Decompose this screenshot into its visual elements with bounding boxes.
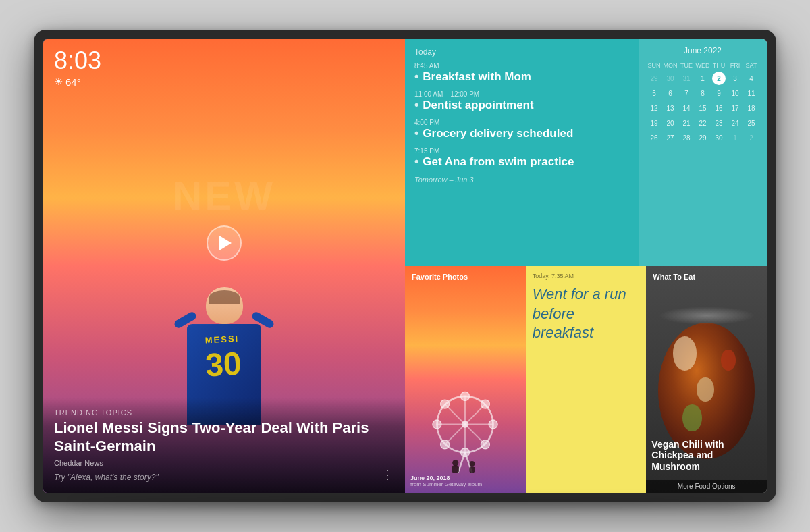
svg-point-17 [452,460,458,466]
food-more-options[interactable]: More Food Options [646,480,767,493]
schedule-item-3[interactable]: 4:00 PM • Grocery delivery scheduled [414,119,629,140]
news-headline: Lionel Messi Signs Two-Year Deal With Pa… [54,419,394,455]
cal-header-sun: SUN [647,61,662,70]
cal-day[interactable]: 23 [712,116,726,130]
screen: NEW YE MESSI 30 MESSI [43,39,767,493]
cal-day-today[interactable]: 2 [712,72,726,85]
cal-day[interactable]: 16 [712,101,726,115]
note-header: Today, 7:35 AM [533,273,640,280]
food-widget[interactable]: What To Eat Vegan Chili with Chickpea an… [646,266,767,493]
schedule-time-1: 8:45 AM [414,62,629,70]
cal-day[interactable]: 25 [745,116,758,130]
alexa-prompt: Try "Alexa, what's the story?" [54,473,394,482]
weather-icon: ☀ [54,76,63,88]
svg-point-6 [489,420,497,429]
calendar-panel: June 2022 SUN MON TUE WED THU FRI SAT 29… [639,39,767,266]
cal-day[interactable]: 4 [745,72,758,85]
right-bottom-panel: Favorite Photos June 20, 2018 from Summe… [405,266,767,493]
schedule-title-3: • Grocery delivery scheduled [414,127,629,140]
cal-day[interactable]: 18 [745,101,758,115]
cal-day[interactable]: 6 [664,86,677,100]
device-frame: NEW YE MESSI 30 MESSI [34,30,776,502]
cal-day[interactable]: 14 [680,101,693,115]
cal-day[interactable]: 8 [696,86,709,100]
calendar-grid: SUN MON TUE WED THU FRI SAT 29 30 31 1 2… [647,61,759,144]
left-panel: NEW YE MESSI 30 MESSI [43,39,405,493]
today-label: Today [414,47,629,57]
svg-point-7 [461,448,470,457]
schedule-time-4: 7:15 PM [414,147,629,155]
play-button[interactable] [207,225,242,261]
photo-album: from Summer Getaway album [410,481,520,487]
cal-day[interactable]: 29 [647,72,661,85]
cal-header-wed: WED [695,61,710,70]
cal-day[interactable]: 31 [680,72,693,85]
schedule-item-1[interactable]: 8:45 AM • Breakfast with Mom [414,62,629,84]
svg-point-19 [470,461,475,467]
ferris-wheel-icon [421,385,509,473]
cal-day[interactable]: 26 [647,131,661,144]
cal-day[interactable]: 15 [696,101,709,115]
cal-day[interactable]: 12 [647,101,661,115]
svg-point-9 [481,400,490,408]
schedule-item-4[interactable]: 7:15 PM • Get Ana from swim practice [414,147,629,169]
cal-day[interactable]: 11 [745,86,758,100]
schedule-title-2: • Dentist appointment [414,99,629,112]
cal-day[interactable]: 22 [696,116,709,130]
more-options-button[interactable]: ⋮ [381,467,394,482]
screen-inner: NEW YE MESSI 30 MESSI [43,39,767,493]
cal-day[interactable]: 28 [680,131,693,144]
svg-point-8 [433,420,441,429]
news-source: Cheddar News [54,459,394,467]
svg-point-10 [441,400,450,408]
svg-rect-18 [470,467,475,473]
cal-day[interactable]: 3 [728,72,742,85]
cal-day[interactable]: 7 [680,86,693,100]
cal-day[interactable]: 30 [664,72,677,85]
schedule-item-2[interactable]: 11:00 AM – 12:00 PM • Dentist appointmen… [414,90,629,112]
cal-day[interactable]: 1 [696,72,709,85]
cal-day[interactable]: 27 [664,131,677,144]
cal-day[interactable]: 17 [728,101,742,115]
trending-label: Trending Topics [54,408,394,417]
cal-day[interactable]: 20 [664,116,677,130]
cal-header-sat: SAT [744,61,759,70]
schedule-time-2: 11:00 AM – 12:00 PM [414,90,629,98]
cal-day[interactable]: 21 [680,116,693,130]
cal-header-tue: TUE [679,61,694,70]
svg-point-13 [462,421,468,427]
food-widget-label: What To Eat [653,273,695,281]
cal-day[interactable]: 10 [728,86,742,100]
schedule-dot-3: • [414,127,418,140]
photos-widget-label: Favorite Photos [412,273,468,281]
svg-point-12 [441,440,450,449]
time-display: 8:03 [54,49,101,73]
cal-day[interactable]: 29 [696,131,709,144]
svg-point-11 [481,440,490,449]
temperature: 64° [65,76,81,88]
cal-day[interactable]: 24 [728,116,742,130]
cal-day[interactable]: 13 [664,101,677,115]
play-icon [219,236,232,250]
photos-widget[interactable]: Favorite Photos June 20, 2018 from Summe… [405,266,526,493]
cal-header-fri: FRI [728,61,742,70]
weather-display: ☀ 64° [54,76,101,88]
cal-day[interactable]: 30 [712,131,726,144]
cal-header-mon: MON [663,61,678,70]
cal-day[interactable]: 19 [647,116,661,130]
schedule-dot-2: • [414,99,418,112]
cal-day[interactable]: 2 [745,131,758,144]
schedule-title-1: • Breakfast with Mom [414,70,629,84]
svg-point-5 [461,392,470,400]
schedule-title-4: • Get Ana from swim practice [414,155,629,169]
right-top-panel: Today 8:45 AM • Breakfast with Mom 11:00… [405,39,767,266]
cal-day[interactable]: 5 [647,86,661,100]
food-title: Vegan Chili with Chickpea and Mushroom [651,439,761,473]
calendar-month: June 2022 [647,46,759,55]
cal-day[interactable]: 9 [712,86,726,100]
weather-time-block: 8:03 ☀ 64° [54,49,101,88]
note-widget[interactable]: Today, 7:35 AM Went for a run before bre… [526,266,647,493]
cal-day[interactable]: 1 [728,131,742,144]
photo-caption: June 20, 2018 from Summer Getaway album [410,475,520,487]
note-text: Went for a run before breakfast [533,285,640,343]
